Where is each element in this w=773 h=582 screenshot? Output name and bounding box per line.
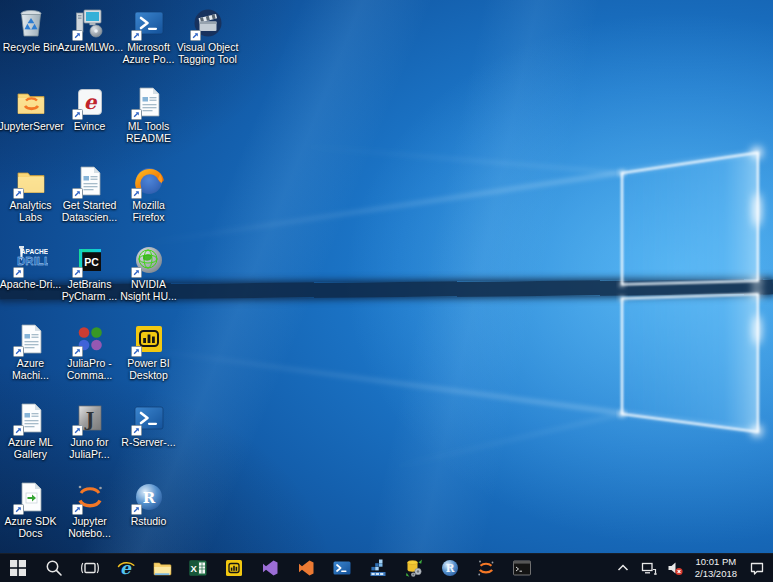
desktop-icon-recycle-bin[interactable]: Recycle Bin bbox=[1, 3, 60, 82]
desktop-icon-label: Azure Machi... bbox=[0, 357, 63, 382]
desktop-icon-label: Juno for JuliaPr... bbox=[58, 436, 122, 461]
task-view-button[interactable] bbox=[72, 554, 108, 582]
desktop-icon-azure-machine[interactable]: Azure Machi... bbox=[1, 319, 60, 398]
taskbar-power-bi[interactable] bbox=[216, 554, 252, 582]
visual-studio-purple-icon bbox=[260, 558, 280, 578]
shortcut-arrow-icon bbox=[72, 30, 83, 41]
excel-icon: X bbox=[188, 558, 208, 578]
taskbar-file-explorer[interactable] bbox=[144, 554, 180, 582]
desktop-icon-azureml-workbench[interactable]: AzureMLWo... bbox=[60, 3, 119, 82]
clock-date: 2/13/2018 bbox=[695, 568, 737, 580]
taskbar-excel[interactable]: X bbox=[180, 554, 216, 582]
desktop-icon-firefox[interactable]: Mozilla Firefox bbox=[119, 161, 178, 240]
desktop-icon-azure-sdk-docs[interactable]: Azure SDK Docs bbox=[1, 477, 60, 556]
network-icon bbox=[641, 560, 657, 576]
windows-desktop: Recycle Bin JupyterServer Analytics Labs bbox=[0, 0, 773, 582]
shortcut-arrow-icon bbox=[13, 425, 24, 436]
desktop-icon-jupyterserver[interactable]: JupyterServer bbox=[1, 82, 60, 161]
desktop-icon-label: Recycle Bin bbox=[0, 41, 63, 53]
task-view-icon bbox=[80, 558, 100, 578]
search-button[interactable] bbox=[36, 554, 72, 582]
desktop-icon-label: Power BI Desktop bbox=[117, 357, 181, 382]
taskbar-sql-server[interactable] bbox=[396, 554, 432, 582]
taskbar-ml-workbench[interactable] bbox=[360, 554, 396, 582]
action-center-icon bbox=[749, 560, 765, 576]
shortcut-arrow-icon bbox=[72, 425, 83, 436]
svg-text:e: e bbox=[83, 90, 97, 114]
folder-icon bbox=[152, 558, 172, 578]
desktop-icon-label: Get Started Datascien... bbox=[58, 199, 122, 224]
jupyter-ring-icon bbox=[73, 480, 107, 514]
jupyter-folder-icon bbox=[14, 85, 48, 119]
r-sphere-icon: R bbox=[440, 558, 460, 578]
taskbar-internet-explorer[interactable]: e bbox=[108, 554, 144, 582]
windows-logo-icon bbox=[8, 558, 28, 578]
shortcut-arrow-icon bbox=[13, 267, 24, 278]
desktop-icon-analytics-labs[interactable]: Analytics Labs bbox=[1, 161, 60, 240]
desktop-icon-label: JetBrains PyCharm ... bbox=[58, 278, 122, 303]
taskbar-visual-studio-orange[interactable] bbox=[288, 554, 324, 582]
svg-text:e: e bbox=[120, 558, 132, 578]
desktop-icon-label: Azure SDK Docs bbox=[0, 515, 63, 540]
shortcut-arrow-icon bbox=[13, 188, 24, 199]
taskbar-r-console[interactable]: R bbox=[432, 554, 468, 582]
chevron-up-icon bbox=[615, 560, 631, 576]
taskbar-clock[interactable]: 10:01 PM 2/13/2018 bbox=[688, 556, 744, 581]
svg-text:R: R bbox=[142, 489, 155, 507]
desktop-icon-label: AzureMLWo... bbox=[58, 41, 122, 53]
firefox-icon bbox=[132, 164, 166, 198]
desktop-icon-ml-tools-readme[interactable]: ML Tools README bbox=[119, 82, 178, 161]
desktop-icon-label: Visual Object Tagging Tool bbox=[176, 41, 240, 66]
powershell-icon bbox=[132, 401, 166, 435]
desktop-icon-power-bi[interactable]: Power BI Desktop bbox=[119, 319, 178, 398]
desktop-icon-pycharm[interactable]: PC JetBrains PyCharm ... bbox=[60, 240, 119, 319]
shortcut-arrow-icon bbox=[131, 188, 142, 199]
svg-text:J: J bbox=[83, 409, 94, 430]
desktop-icon-vott[interactable]: Visual Object Tagging Tool bbox=[178, 3, 237, 82]
desktop-icon-label: Azure ML Gallery bbox=[0, 436, 63, 461]
desktop-icon-juno[interactable]: J Juno for JuliaPr... bbox=[60, 398, 119, 477]
volume-button[interactable] bbox=[662, 554, 688, 582]
desktop-icon-juliapro[interactable]: JuliaPro - Comma... bbox=[60, 319, 119, 398]
desktop-icon-grid: Recycle Bin JupyterServer Analytics Labs bbox=[1, 3, 237, 556]
taskbar-powershell[interactable] bbox=[324, 554, 360, 582]
desktop-icon-jupyter-notebook[interactable]: Jupyter Notebo... bbox=[60, 477, 119, 556]
power-bi-icon bbox=[224, 558, 244, 578]
desktop-icon-label: Evince bbox=[58, 120, 122, 132]
folder-icon bbox=[14, 164, 48, 198]
desktop-icon-get-started-datascience[interactable]: Get Started Datascien... bbox=[60, 161, 119, 240]
taskbar-jupyter[interactable] bbox=[468, 554, 504, 582]
system-tray: 10:01 PM 2/13/2018 bbox=[610, 554, 773, 582]
desktop-icon-azure-powershell[interactable]: Microsoft Azure Po... bbox=[119, 3, 178, 82]
apache-drill-icon: APACHE DRILL bbox=[14, 243, 48, 277]
network-status-button[interactable] bbox=[636, 554, 662, 582]
desktop-icon-apache-drill[interactable]: APACHE DRILL Apache-Dri... bbox=[1, 240, 60, 319]
shortcut-arrow-icon bbox=[131, 346, 142, 357]
hidden-icons-button[interactable] bbox=[610, 554, 636, 582]
evince-e-icon: e bbox=[73, 85, 107, 119]
powershell-icon bbox=[332, 558, 352, 578]
blocks-grid-icon bbox=[368, 558, 388, 578]
taskbar-visual-studio[interactable] bbox=[252, 554, 288, 582]
taskbar-command-prompt[interactable] bbox=[504, 554, 540, 582]
visual-studio-orange-icon bbox=[296, 558, 316, 578]
desktop-icon-r-server[interactable]: R-Server-... bbox=[119, 398, 178, 477]
shortcut-arrow-icon bbox=[72, 267, 83, 278]
computer-disc-icon bbox=[73, 6, 107, 40]
desktop-icon-nvidia-nsight[interactable]: NVIDIA Nsight HU... bbox=[119, 240, 178, 319]
shortcut-arrow-icon bbox=[190, 30, 201, 41]
shortcut-arrow-icon bbox=[131, 109, 142, 120]
shortcut-arrow-icon bbox=[131, 267, 142, 278]
desktop-icon-rstudio[interactable]: R Rstudio bbox=[119, 477, 178, 556]
action-center-button[interactable] bbox=[744, 554, 770, 582]
document-icon bbox=[14, 401, 48, 435]
start-button[interactable] bbox=[0, 554, 36, 582]
desktop-icon-label: NVIDIA Nsight HU... bbox=[117, 278, 181, 303]
desktop-icon-azure-ml-gallery[interactable]: Azure ML Gallery bbox=[1, 398, 60, 477]
desktop-icon-label: ML Tools README bbox=[117, 120, 181, 145]
shortcut-arrow-icon bbox=[72, 346, 83, 357]
juno-j-icon: J bbox=[73, 401, 107, 435]
desktop-icon-evince[interactable]: e Evince bbox=[60, 82, 119, 161]
svg-text:APACHE: APACHE bbox=[20, 248, 47, 255]
svg-text:R: R bbox=[446, 562, 455, 574]
